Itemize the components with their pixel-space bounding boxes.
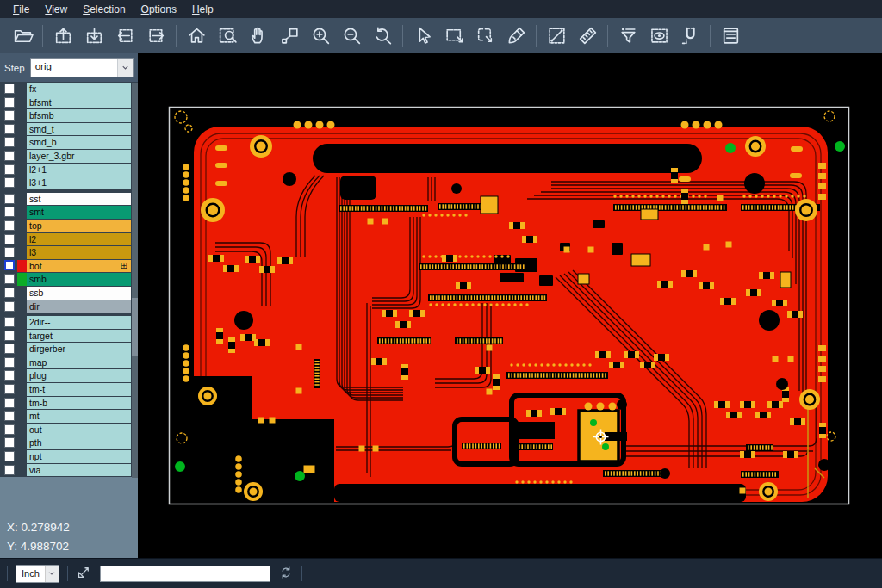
layer-checkbox[interactable] — [4, 317, 15, 327]
layer-color-swatch[interactable] — [17, 96, 27, 109]
menu-item-file[interactable]: File — [5, 2, 37, 17]
layer-color-swatch[interactable] — [17, 424, 27, 436]
toolbar-move-down-button[interactable] — [78, 22, 109, 51]
layer-checkbox[interactable] — [4, 247, 15, 257]
step-select[interactable]: orig — [30, 58, 134, 77]
layer-color-swatch[interactable] — [17, 233, 27, 246]
layer-color-swatch[interactable] — [17, 136, 27, 149]
toolbar-move-left-button[interactable] — [109, 22, 140, 51]
layer-checkbox[interactable] — [4, 437, 15, 448]
toolbar-select-cursor-button[interactable] — [407, 22, 438, 51]
layer-row-layer_3.gbr[interactable]: layer_3.gbr — [0, 150, 138, 163]
layer-row-smd_t[interactable]: smd_t — [0, 123, 138, 136]
layer-checkbox[interactable] — [4, 301, 15, 312]
toolbar-zoom-out-button[interactable] — [336, 22, 367, 51]
toolbar-view-options-button[interactable] — [643, 22, 674, 51]
layer-color-swatch[interactable] — [17, 356, 27, 369]
layer-checkbox[interactable] — [4, 194, 15, 204]
toolbar-snap-button[interactable] — [674, 22, 705, 51]
layer-checkbox[interactable] — [4, 274, 15, 284]
layer-row-plug[interactable]: plug — [0, 369, 138, 382]
toolbar-move-right-button[interactable] — [140, 22, 171, 51]
toolbar-ruler-button[interactable] — [572, 22, 603, 51]
command-input[interactable] — [100, 566, 270, 582]
layer-row-via[interactable]: via — [0, 464, 138, 477]
layer-row-target[interactable]: target — [0, 330, 138, 343]
layer-checkbox[interactable] — [4, 288, 15, 298]
menu-item-options[interactable]: Options — [134, 2, 184, 17]
layer-color-swatch[interactable] — [17, 193, 27, 206]
layer-color-swatch[interactable] — [17, 343, 27, 356]
layer-row-pth[interactable]: pth — [0, 436, 138, 449]
toolbar-home-button[interactable] — [181, 22, 212, 51]
layer-row-npt[interactable]: npt — [0, 450, 138, 463]
layer-checkbox[interactable] — [4, 84, 15, 94]
menu-item-view[interactable]: View — [37, 2, 75, 17]
chevron-down-icon[interactable] — [117, 59, 133, 77]
layer-color-swatch[interactable] — [17, 369, 27, 382]
layer-row-bot[interactable]: bot⊞ — [0, 260, 138, 273]
layer-row-l3+1[interactable]: l3+1 — [0, 176, 138, 189]
layer-checkbox[interactable] — [4, 124, 15, 134]
layer-color-swatch[interactable] — [17, 330, 27, 343]
layer-row-bfsmt[interactable]: bfsmt — [0, 96, 138, 109]
layer-checkbox[interactable] — [4, 164, 15, 175]
toolbar-zoom-reset-button[interactable] — [367, 22, 398, 51]
layer-row-dirgerber[interactable]: dirgerber — [0, 343, 138, 356]
layer-row-sst[interactable]: sst — [0, 193, 138, 206]
layer-checkbox[interactable] — [4, 398, 15, 408]
layer-row-smt[interactable]: smt — [0, 206, 138, 219]
layer-row-tm-t[interactable]: tm-t — [0, 383, 138, 396]
toolbar-pan-hand-button[interactable] — [243, 22, 274, 51]
layer-color-swatch[interactable] — [17, 410, 27, 423]
layer-checkbox[interactable] — [4, 137, 15, 147]
layer-checkbox[interactable] — [4, 451, 15, 461]
layer-row-ssb[interactable]: ssb — [0, 287, 138, 300]
layer-checkbox[interactable] — [4, 110, 15, 121]
layer-row-out[interactable]: out — [0, 424, 138, 436]
toolbar-clear-brush-button[interactable] — [500, 22, 531, 51]
layer-checkbox[interactable] — [4, 411, 15, 421]
layer-row-bfsmb[interactable]: bfsmb — [0, 109, 138, 122]
layer-row-l2[interactable]: l2 — [0, 233, 138, 246]
layer-color-swatch[interactable] — [17, 260, 27, 273]
layer-row-map[interactable]: map — [0, 356, 138, 369]
layer-color-swatch[interactable] — [17, 397, 27, 410]
layer-row-l3[interactable]: l3 — [0, 246, 138, 259]
layer-row-tm-b[interactable]: tm-b — [0, 397, 138, 410]
menu-item-selection[interactable]: Selection — [75, 2, 133, 17]
sidebar-scrollbar[interactable] — [132, 83, 138, 478]
menu-item-help[interactable]: Help — [184, 2, 221, 17]
pcb-viewport[interactable] — [138, 53, 882, 558]
layer-checkbox[interactable] — [4, 151, 15, 161]
layer-row-top[interactable]: top — [0, 220, 138, 232]
layer-checkbox[interactable] — [4, 424, 15, 435]
layer-checkbox[interactable] — [4, 331, 15, 341]
layer-checkbox[interactable] — [4, 384, 15, 394]
layer-color-swatch[interactable] — [17, 246, 27, 259]
layer-color-swatch[interactable] — [17, 176, 27, 189]
layer-color-swatch[interactable] — [17, 287, 27, 300]
layer-color-swatch[interactable] — [17, 164, 27, 176]
layer-row-dir[interactable]: dir — [0, 300, 138, 313]
toolbar-zoom-in-button[interactable] — [305, 22, 336, 51]
layer-color-swatch[interactable] — [17, 316, 27, 329]
layer-row-2dir--[interactable]: 2dir-- — [0, 316, 138, 329]
toolbar-select-group-button[interactable] — [469, 22, 500, 51]
layer-color-swatch[interactable] — [17, 150, 27, 163]
scrollbar-thumb[interactable] — [132, 298, 138, 356]
layer-color-swatch[interactable] — [17, 220, 27, 232]
layer-color-swatch[interactable] — [17, 123, 27, 136]
layer-checkbox[interactable] — [4, 465, 15, 475]
toolbar-move-up-button[interactable] — [47, 22, 78, 51]
toolbar-zoom-window-button[interactable] — [274, 22, 305, 51]
corner-tool-button[interactable] — [76, 564, 92, 583]
layer-row-l2+1[interactable]: l2+1 — [0, 164, 138, 176]
layer-color-swatch[interactable] — [17, 273, 27, 286]
layer-color-swatch[interactable] — [17, 206, 27, 219]
layer-color-swatch[interactable] — [17, 383, 27, 396]
layer-checkbox[interactable] — [4, 344, 15, 354]
layer-checkbox[interactable] — [4, 260, 15, 270]
units-select[interactable]: Inch — [16, 565, 59, 583]
layer-checkbox[interactable] — [4, 370, 15, 381]
